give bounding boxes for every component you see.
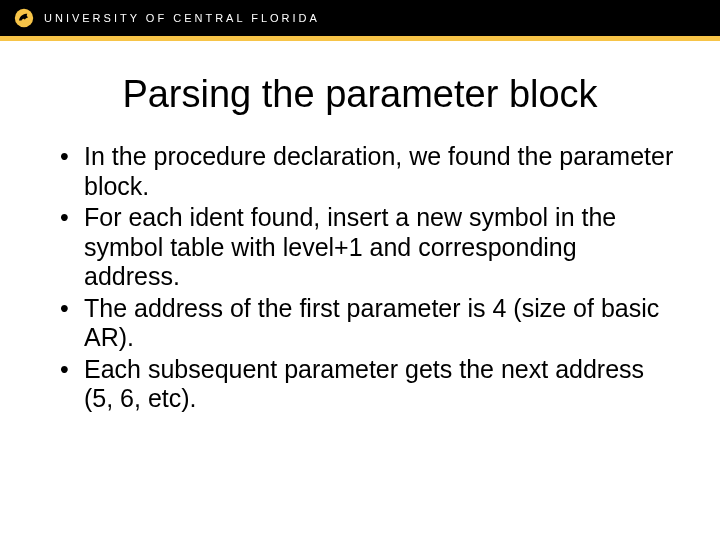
list-item: In the procedure declaration, we found t… <box>60 142 678 201</box>
university-name: UNIVERSITY OF CENTRAL FLORIDA <box>44 12 320 24</box>
list-item: Each subsequent parameter gets the next … <box>60 355 678 414</box>
pegasus-icon <box>14 8 34 28</box>
list-item: For each ident found, insert a new symbo… <box>60 203 678 292</box>
bullet-list: In the procedure declaration, we found t… <box>60 142 678 414</box>
header-bar: UNIVERSITY OF CENTRAL FLORIDA <box>0 0 720 36</box>
ucf-logo: UNIVERSITY OF CENTRAL FLORIDA <box>14 8 320 28</box>
accent-rule <box>0 36 720 41</box>
list-item: The address of the first parameter is 4 … <box>60 294 678 353</box>
slide-title: Parsing the parameter block <box>0 73 720 116</box>
slide: UNIVERSITY OF CENTRAL FLORIDA Parsing th… <box>0 0 720 540</box>
slide-body: In the procedure declaration, we found t… <box>0 142 720 414</box>
